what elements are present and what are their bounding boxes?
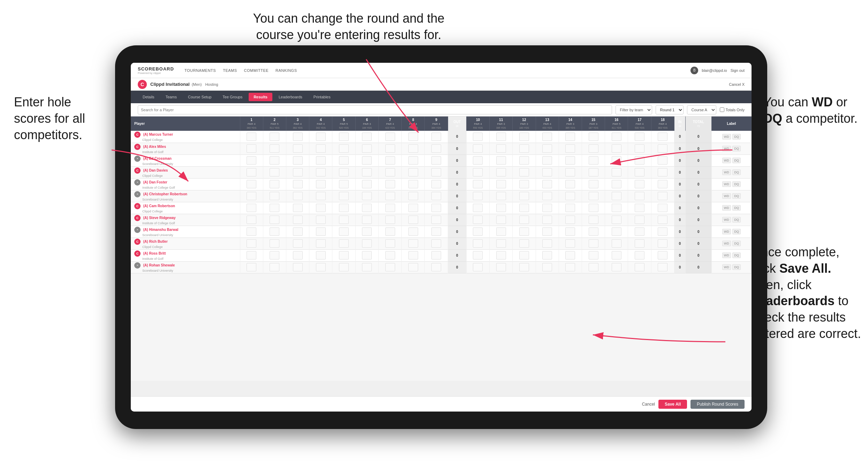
hole-7-input-10[interactable] bbox=[385, 251, 395, 259]
hole-17-input-4[interactable] bbox=[635, 180, 644, 188]
hole-13-input-6[interactable] bbox=[542, 204, 552, 212]
hole-3-input-8[interactable] bbox=[293, 227, 303, 236]
hole-17-input-11[interactable] bbox=[635, 263, 644, 271]
hole-16-input-8[interactable] bbox=[612, 227, 621, 236]
hole-11-input-10[interactable] bbox=[496, 251, 506, 259]
hole-2-input-9[interactable] bbox=[270, 239, 279, 248]
hole-9-input-5[interactable] bbox=[431, 192, 441, 200]
hole-4-input-0[interactable] bbox=[316, 133, 326, 141]
hole-15-input-5[interactable] bbox=[589, 192, 598, 200]
hole-4-input-2[interactable] bbox=[316, 156, 326, 165]
hole-13-input-1[interactable] bbox=[542, 144, 552, 153]
hole-14-input-1[interactable] bbox=[565, 144, 575, 153]
totals-only-checkbox[interactable] bbox=[720, 107, 724, 112]
hole-16-input-11[interactable] bbox=[612, 263, 621, 271]
hole-14-input-7[interactable] bbox=[565, 216, 575, 224]
hole-5-input-11[interactable] bbox=[339, 263, 349, 271]
hole-13-input-7[interactable] bbox=[542, 216, 552, 224]
hole-5-input-4[interactable] bbox=[339, 180, 349, 188]
hole-10-input-1[interactable] bbox=[473, 144, 483, 153]
hole-8-input-9[interactable] bbox=[408, 239, 418, 248]
hole-10-input-3[interactable] bbox=[473, 168, 483, 176]
hole-6-input-9[interactable] bbox=[362, 239, 372, 248]
sign-out-link[interactable]: Sign out bbox=[731, 68, 745, 73]
hole-11-input-11[interactable] bbox=[496, 263, 506, 271]
hole-14-input-4[interactable] bbox=[565, 180, 575, 188]
hole-3-input-1[interactable] bbox=[293, 144, 303, 153]
hole-1-input-6[interactable] bbox=[247, 204, 256, 212]
tab-results[interactable]: Results bbox=[249, 93, 272, 101]
hole-15-input-9[interactable] bbox=[589, 239, 598, 248]
hole-6-input-7[interactable] bbox=[362, 216, 372, 224]
hole-6-input-0[interactable] bbox=[362, 133, 372, 141]
hole-8-input-5[interactable] bbox=[408, 192, 418, 200]
hole-1-input-9[interactable] bbox=[247, 239, 256, 248]
hole-14-input-9[interactable] bbox=[565, 239, 575, 248]
hole-16-input-1[interactable] bbox=[612, 144, 621, 153]
footer-cancel-button[interactable]: Cancel bbox=[642, 402, 655, 407]
hole-8-input-11[interactable] bbox=[408, 263, 418, 271]
wd-button-6[interactable]: WD bbox=[722, 205, 731, 211]
hole-13-input-4[interactable] bbox=[542, 180, 552, 188]
hole-1-input-10[interactable] bbox=[247, 251, 256, 259]
hole-5-input-2[interactable] bbox=[339, 156, 349, 165]
hole-18-input-6[interactable] bbox=[658, 204, 667, 212]
hole-18-input-2[interactable] bbox=[658, 156, 667, 165]
hole-7-input-6[interactable] bbox=[385, 204, 395, 212]
hole-8-input-6[interactable] bbox=[408, 204, 418, 212]
hole-4-input-7[interactable] bbox=[316, 216, 326, 224]
hole-9-input-11[interactable] bbox=[431, 263, 441, 271]
hole-6-input-4[interactable] bbox=[362, 180, 372, 188]
hole-4-input-1[interactable] bbox=[316, 144, 326, 153]
hole-4-input-9[interactable] bbox=[316, 239, 326, 248]
hole-1-input-7[interactable] bbox=[247, 216, 256, 224]
hole-4-input-5[interactable] bbox=[316, 192, 326, 200]
hole-14-input-3[interactable] bbox=[565, 168, 575, 176]
hole-8-input-10[interactable] bbox=[408, 251, 418, 259]
hole-16-input-0[interactable] bbox=[612, 133, 621, 141]
hole-2-input-2[interactable] bbox=[270, 156, 279, 165]
wd-button-9[interactable]: WD bbox=[722, 241, 731, 246]
hole-17-input-6[interactable] bbox=[635, 204, 644, 212]
hole-15-input-0[interactable] bbox=[589, 133, 598, 141]
hole-11-input-8[interactable] bbox=[496, 227, 506, 236]
hole-8-input-8[interactable] bbox=[408, 227, 418, 236]
hole-13-input-11[interactable] bbox=[542, 263, 552, 271]
hole-17-input-1[interactable] bbox=[635, 144, 644, 153]
hole-12-input-5[interactable] bbox=[519, 192, 529, 200]
hole-7-input-9[interactable] bbox=[385, 239, 395, 248]
hole-9-input-7[interactable] bbox=[431, 216, 441, 224]
hole-5-input-6[interactable] bbox=[339, 204, 349, 212]
hole-2-input-10[interactable] bbox=[270, 251, 279, 259]
dq-button-3[interactable]: DQ bbox=[732, 170, 741, 175]
hole-15-input-2[interactable] bbox=[589, 156, 598, 165]
hole-15-input-10[interactable] bbox=[589, 251, 598, 259]
hole-12-input-4[interactable] bbox=[519, 180, 529, 188]
hole-9-input-1[interactable] bbox=[431, 144, 441, 153]
hole-7-input-3[interactable] bbox=[385, 168, 395, 176]
hole-14-input-11[interactable] bbox=[565, 263, 575, 271]
hole-11-input-0[interactable] bbox=[496, 133, 506, 141]
dq-button-5[interactable]: DQ bbox=[732, 193, 741, 199]
wd-button-7[interactable]: WD bbox=[722, 217, 731, 223]
hole-7-input-1[interactable] bbox=[385, 144, 395, 153]
hole-11-input-6[interactable] bbox=[496, 204, 506, 212]
hole-12-input-10[interactable] bbox=[519, 251, 529, 259]
hole-8-input-2[interactable] bbox=[408, 156, 418, 165]
hole-7-input-11[interactable] bbox=[385, 263, 395, 271]
hole-15-input-1[interactable] bbox=[589, 144, 598, 153]
hole-14-input-10[interactable] bbox=[565, 251, 575, 259]
hole-17-input-7[interactable] bbox=[635, 216, 644, 224]
hole-9-input-6[interactable] bbox=[431, 204, 441, 212]
hole-5-input-0[interactable] bbox=[339, 133, 349, 141]
hole-10-input-5[interactable] bbox=[473, 192, 483, 200]
filter-team-select[interactable]: Filter by team bbox=[616, 105, 652, 114]
hole-9-input-8[interactable] bbox=[431, 227, 441, 236]
hole-14-input-8[interactable] bbox=[565, 227, 575, 236]
hole-4-input-4[interactable] bbox=[316, 180, 326, 188]
hole-2-input-11[interactable] bbox=[270, 263, 279, 271]
hole-5-input-7[interactable] bbox=[339, 216, 349, 224]
hole-18-input-0[interactable] bbox=[658, 133, 667, 141]
hole-14-input-2[interactable] bbox=[565, 156, 575, 165]
hole-3-input-11[interactable] bbox=[293, 263, 303, 271]
